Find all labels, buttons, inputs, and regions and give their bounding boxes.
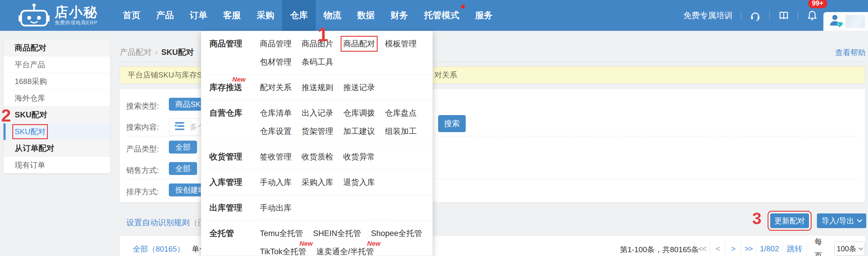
product-type-label: 产品类型: (126, 142, 159, 155)
sidebar-item-5[interactable]: SKU配对 (3, 123, 110, 140)
product-type-tag[interactable]: 全部 (169, 140, 197, 154)
per-page-select[interactable]: 100条 (834, 242, 865, 256)
prev-page-button[interactable]: < (710, 242, 725, 256)
nav-item-7[interactable]: 数据 (349, 0, 382, 31)
sidebar-label: 海外仓库 (15, 93, 45, 103)
nav-items: 首页产品订单客服采购仓库物流数据财务托管模式服务 (115, 0, 501, 31)
sidebar-item-1[interactable]: 平台产品 (3, 56, 110, 73)
search-button[interactable]: 搜索 (438, 115, 466, 132)
vip-diamond-icon (836, 22, 843, 27)
menu-group-4: 入库管理手动入库采购入库退货入库 (209, 170, 433, 195)
menu-link[interactable]: 仓库盘点 (385, 108, 417, 118)
nav-item-1[interactable]: 产品 (148, 0, 182, 31)
menu-link[interactable]: 货架管理 (302, 126, 333, 136)
search-type-label: 搜索类型: (126, 99, 159, 113)
menu-link[interactable]: 仓库调拨 (343, 108, 375, 118)
nav-item-8[interactable]: 财务 (382, 0, 416, 31)
sidebar-label: SKU配对 (15, 109, 47, 120)
headset-icon[interactable] (749, 10, 761, 22)
menu-group-6: 全托管Temu全托管SHEIN全托管Shopee全托管TikTok全托管New速… (209, 221, 433, 256)
app-logo[interactable]: 店小秘 免费跨境电商ERP (18, 3, 98, 29)
user-avatar-icon (828, 14, 843, 29)
menu-link[interactable]: Temu全托管 (260, 228, 303, 239)
auto-rule-link[interactable]: 设置自动识别规则 (126, 218, 190, 227)
pagination-summary: 第1-100条，共80165条 (620, 245, 699, 255)
user-name-blurred (846, 15, 865, 28)
pagination: << < > >> 1/802 跳转 每页 100条 (694, 242, 865, 256)
nav-item-5[interactable]: 仓库 (282, 0, 316, 31)
sidebar: 商品配对平台产品1688采购海外仓库SKU配对SKU配对从订单配对现有订单 (3, 40, 110, 173)
update-pairing-button[interactable]: 更新配对 (770, 214, 809, 228)
first-page-button[interactable]: << (694, 242, 710, 256)
breadcrumb-parent[interactable]: 产品配对 (120, 48, 152, 57)
sidebar-item-7[interactable]: 现有订单 (3, 157, 110, 173)
robot-logo-icon (18, 3, 50, 29)
jump-page-button[interactable]: 跳转 (783, 242, 807, 256)
nav-item-label: 首页 (123, 9, 141, 22)
divider (741, 11, 741, 20)
nav-item-0[interactable]: 首页 (115, 0, 148, 31)
menu-category (209, 53, 260, 71)
filter-icon[interactable] (174, 121, 186, 132)
last-page-button[interactable]: >> (741, 242, 756, 256)
menu-link[interactable]: 包材管理 (260, 57, 291, 67)
sidebar-item-3[interactable]: 海外仓库 (3, 90, 110, 106)
menu-link[interactable]: 退货入库 (343, 177, 375, 188)
menu-link[interactable]: 签收管理 (260, 152, 291, 162)
menu-category: 库存推送New (209, 78, 260, 97)
sales-mode-tag[interactable]: 全部 (169, 162, 197, 175)
page: 店小秘 免费跨境电商ERP 首页产品订单客服采购仓库物流数据财务托管模式服务 免… (0, 0, 868, 256)
menu-link[interactable]: 推送记录 (343, 82, 375, 93)
next-page-button[interactable]: > (725, 242, 741, 256)
breadcrumb-separator: › (155, 48, 158, 57)
menu-link[interactable]: 组装加工 (385, 126, 417, 136)
menu-link[interactable]: 出入记录 (302, 108, 333, 118)
menu-link[interactable]: 收货质检 (302, 152, 333, 162)
menu-link[interactable]: 收货异常 (343, 152, 375, 162)
menu-group-3: 收货管理签收管理收货质检收货异常 (209, 144, 433, 170)
nav-item-label: 数据 (357, 9, 375, 22)
user-account[interactable] (824, 12, 868, 31)
sidebar-label: SKU配对 (15, 127, 45, 137)
training-link[interactable]: 免费专属培训 (683, 10, 733, 21)
import-export-button[interactable]: 导入/导出 (817, 214, 866, 228)
sidebar-label: 平台产品 (15, 60, 45, 70)
menu-link[interactable]: 配对关系 (260, 82, 291, 93)
import-export-label: 导入/导出 (822, 216, 854, 226)
search-content-label: 搜索内容: (126, 121, 159, 134)
view-help-link[interactable]: 查看帮助 (835, 47, 866, 58)
nav-item-2[interactable]: 订单 (182, 0, 215, 31)
menu-link[interactable]: 商品配对 (343, 38, 375, 49)
sidebar-item-2[interactable]: 1688采购 (3, 73, 110, 90)
menu-link[interactable]: SHEIN全托管 (313, 228, 361, 239)
menu-link[interactable]: 商品图片 (302, 38, 333, 49)
nav-item-10[interactable]: 服务 (467, 0, 501, 31)
menu-link[interactable]: 模板管理 (385, 38, 417, 49)
annotation-step-3: 3 (752, 210, 762, 227)
nav-item-4[interactable]: 采购 (249, 0, 282, 31)
menu-link[interactable]: 仓库清单 (260, 108, 291, 118)
menu-link[interactable]: 手动出库 (260, 202, 291, 213)
menu-link[interactable]: 采购入库 (302, 177, 333, 188)
sidebar-label: 商品配对 (15, 42, 46, 53)
sales-mode-label: 销售方式: (126, 164, 159, 177)
menu-link[interactable]: 手动入库 (260, 177, 291, 188)
menu-link[interactable]: 仓库设置 (260, 126, 291, 136)
bell-icon[interactable]: 99+ (806, 10, 818, 22)
nav-item-label: 订单 (190, 9, 207, 22)
tab-all[interactable]: 全部（80165） (133, 244, 184, 254)
menu-link[interactable]: 速卖通全/半托管New (316, 246, 374, 256)
sort-mode-label: 排序方式: (126, 185, 159, 198)
new-badge: New (232, 76, 246, 83)
menu-link[interactable]: Shopee全托管 (371, 228, 422, 239)
menu-link[interactable]: 推送规则 (302, 82, 333, 93)
nav-item-label: 采购 (257, 9, 274, 22)
menu-category: 全托管 (209, 224, 260, 243)
menu-link[interactable]: 商品管理 (260, 38, 291, 49)
nav-item-3[interactable]: 客服 (215, 0, 249, 31)
book-icon[interactable] (778, 10, 789, 22)
nav-item-9[interactable]: 托管模式 (416, 0, 467, 31)
menu-link[interactable]: TikTok全托管New (260, 246, 306, 256)
menu-link[interactable]: 条码工具 (302, 57, 333, 67)
menu-link[interactable]: 加工建议 (343, 126, 375, 136)
